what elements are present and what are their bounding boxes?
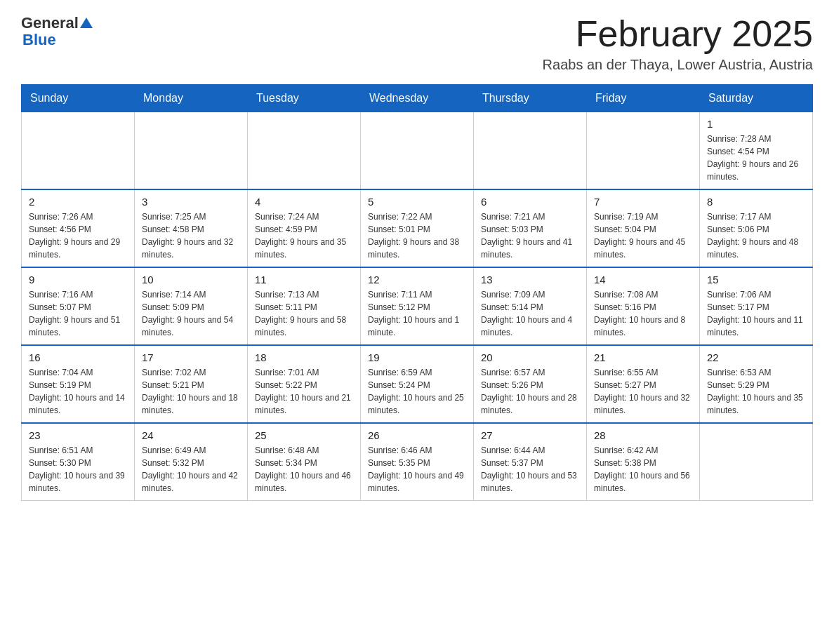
day-info: Sunrise: 6:42 AM Sunset: 5:38 PM Dayligh…	[594, 444, 692, 495]
calendar-day-cell: 19Sunrise: 6:59 AM Sunset: 5:24 PM Dayli…	[361, 345, 474, 423]
logo: General Blue	[21, 14, 93, 49]
weekday-header-saturday: Saturday	[700, 85, 813, 112]
calendar-day-cell: 12Sunrise: 7:11 AM Sunset: 5:12 PM Dayli…	[361, 267, 474, 345]
day-number: 17	[142, 351, 240, 363]
calendar-day-cell: 18Sunrise: 7:01 AM Sunset: 5:22 PM Dayli…	[248, 345, 361, 423]
weekday-header-friday: Friday	[587, 85, 700, 112]
day-info: Sunrise: 7:28 AM Sunset: 4:54 PM Dayligh…	[707, 133, 805, 183]
calendar-day-cell: 21Sunrise: 6:55 AM Sunset: 5:27 PM Dayli…	[587, 345, 700, 423]
day-info: Sunrise: 7:24 AM Sunset: 4:59 PM Dayligh…	[255, 210, 353, 261]
calendar-day-cell: 25Sunrise: 6:48 AM Sunset: 5:34 PM Dayli…	[248, 423, 361, 501]
calendar-day-cell: 5Sunrise: 7:22 AM Sunset: 5:01 PM Daylig…	[361, 189, 474, 267]
day-info: Sunrise: 6:55 AM Sunset: 5:27 PM Dayligh…	[594, 366, 692, 417]
day-number: 18	[255, 351, 353, 363]
day-number: 9	[29, 274, 127, 286]
calendar-empty-cell	[361, 112, 474, 190]
calendar-table: SundayMondayTuesdayWednesdayThursdayFrid…	[21, 84, 813, 501]
day-number: 7	[594, 196, 692, 208]
day-number: 16	[29, 351, 127, 363]
day-info: Sunrise: 6:57 AM Sunset: 5:26 PM Dayligh…	[481, 366, 579, 417]
calendar-day-cell: 1Sunrise: 7:28 AM Sunset: 4:54 PM Daylig…	[700, 112, 813, 190]
calendar-day-cell: 13Sunrise: 7:09 AM Sunset: 5:14 PM Dayli…	[474, 267, 587, 345]
calendar-day-cell: 10Sunrise: 7:14 AM Sunset: 5:09 PM Dayli…	[135, 267, 248, 345]
day-info: Sunrise: 7:11 AM Sunset: 5:12 PM Dayligh…	[368, 288, 466, 339]
calendar-day-cell: 26Sunrise: 6:46 AM Sunset: 5:35 PM Dayli…	[361, 423, 474, 501]
logo-triangle-icon	[79, 18, 93, 27]
calendar-day-cell: 23Sunrise: 6:51 AM Sunset: 5:30 PM Dayli…	[22, 423, 135, 501]
day-number: 19	[368, 351, 466, 363]
day-number: 26	[368, 429, 466, 441]
calendar-empty-cell	[587, 112, 700, 190]
logo-general-text: General	[21, 14, 79, 32]
weekday-header-tuesday: Tuesday	[248, 85, 361, 112]
weekday-header-wednesday: Wednesday	[361, 85, 474, 112]
day-number: 13	[481, 274, 579, 286]
day-number: 27	[481, 429, 579, 441]
calendar-day-cell: 27Sunrise: 6:44 AM Sunset: 5:37 PM Dayli…	[474, 423, 587, 501]
day-number: 12	[368, 274, 466, 286]
day-info: Sunrise: 7:13 AM Sunset: 5:11 PM Dayligh…	[255, 288, 353, 339]
weekday-header-monday: Monday	[135, 85, 248, 112]
calendar-empty-cell	[248, 112, 361, 190]
calendar-day-cell: 24Sunrise: 6:49 AM Sunset: 5:32 PM Dayli…	[135, 423, 248, 501]
day-number: 21	[594, 351, 692, 363]
day-number: 28	[594, 429, 692, 441]
calendar-week-row: 16Sunrise: 7:04 AM Sunset: 5:19 PM Dayli…	[22, 345, 813, 423]
day-number: 11	[255, 274, 353, 286]
day-info: Sunrise: 7:01 AM Sunset: 5:22 PM Dayligh…	[255, 366, 353, 417]
day-info: Sunrise: 7:19 AM Sunset: 5:04 PM Dayligh…	[594, 210, 692, 261]
calendar-day-cell: 17Sunrise: 7:02 AM Sunset: 5:21 PM Dayli…	[135, 345, 248, 423]
calendar-day-cell: 14Sunrise: 7:08 AM Sunset: 5:16 PM Dayli…	[587, 267, 700, 345]
weekday-header-row: SundayMondayTuesdayWednesdayThursdayFrid…	[22, 85, 813, 112]
calendar-day-cell: 7Sunrise: 7:19 AM Sunset: 5:04 PM Daylig…	[587, 189, 700, 267]
day-info: Sunrise: 7:04 AM Sunset: 5:19 PM Dayligh…	[29, 366, 127, 417]
day-info: Sunrise: 7:17 AM Sunset: 5:06 PM Dayligh…	[707, 210, 805, 261]
calendar-empty-cell	[22, 112, 135, 190]
day-number: 8	[707, 196, 805, 208]
day-number: 2	[29, 196, 127, 208]
day-info: Sunrise: 6:53 AM Sunset: 5:29 PM Dayligh…	[707, 366, 805, 417]
day-number: 6	[481, 196, 579, 208]
day-number: 23	[29, 429, 127, 441]
day-number: 15	[707, 274, 805, 286]
day-info: Sunrise: 7:25 AM Sunset: 4:58 PM Dayligh…	[142, 210, 240, 261]
day-number: 3	[142, 196, 240, 208]
calendar-day-cell: 11Sunrise: 7:13 AM Sunset: 5:11 PM Dayli…	[248, 267, 361, 345]
day-info: Sunrise: 7:08 AM Sunset: 5:16 PM Dayligh…	[594, 288, 692, 339]
day-number: 24	[142, 429, 240, 441]
day-number: 4	[255, 196, 353, 208]
day-number: 25	[255, 429, 353, 441]
day-number: 14	[594, 274, 692, 286]
title-section: February 2025 Raabs an der Thaya, Lower …	[543, 14, 813, 73]
day-info: Sunrise: 6:48 AM Sunset: 5:34 PM Dayligh…	[255, 444, 353, 495]
day-number: 5	[368, 196, 466, 208]
calendar-day-cell: 6Sunrise: 7:21 AM Sunset: 5:03 PM Daylig…	[474, 189, 587, 267]
calendar-day-cell: 28Sunrise: 6:42 AM Sunset: 5:38 PM Dayli…	[587, 423, 700, 501]
calendar-empty-cell	[474, 112, 587, 190]
calendar-week-row: 2Sunrise: 7:26 AM Sunset: 4:56 PM Daylig…	[22, 189, 813, 267]
day-number: 22	[707, 351, 805, 363]
day-info: Sunrise: 7:09 AM Sunset: 5:14 PM Dayligh…	[481, 288, 579, 339]
calendar-day-cell: 20Sunrise: 6:57 AM Sunset: 5:26 PM Dayli…	[474, 345, 587, 423]
calendar-day-cell: 2Sunrise: 7:26 AM Sunset: 4:56 PM Daylig…	[22, 189, 135, 267]
day-info: Sunrise: 6:51 AM Sunset: 5:30 PM Dayligh…	[29, 444, 127, 495]
calendar-week-row: 23Sunrise: 6:51 AM Sunset: 5:30 PM Dayli…	[22, 423, 813, 501]
day-info: Sunrise: 7:02 AM Sunset: 5:21 PM Dayligh…	[142, 366, 240, 417]
calendar-day-cell: 4Sunrise: 7:24 AM Sunset: 4:59 PM Daylig…	[248, 189, 361, 267]
calendar-week-row: 1Sunrise: 7:28 AM Sunset: 4:54 PM Daylig…	[22, 112, 813, 190]
logo-blue-text: Blue	[22, 31, 56, 49]
day-info: Sunrise: 6:44 AM Sunset: 5:37 PM Dayligh…	[481, 444, 579, 495]
day-info: Sunrise: 7:06 AM Sunset: 5:17 PM Dayligh…	[707, 288, 805, 339]
day-info: Sunrise: 7:14 AM Sunset: 5:09 PM Dayligh…	[142, 288, 240, 339]
day-info: Sunrise: 6:46 AM Sunset: 5:35 PM Dayligh…	[368, 444, 466, 495]
calendar-subtitle: Raabs an der Thaya, Lower Austria, Austr…	[543, 57, 813, 73]
calendar-empty-cell	[700, 423, 813, 501]
calendar-day-cell: 15Sunrise: 7:06 AM Sunset: 5:17 PM Dayli…	[700, 267, 813, 345]
calendar-day-cell: 22Sunrise: 6:53 AM Sunset: 5:29 PM Dayli…	[700, 345, 813, 423]
weekday-header-sunday: Sunday	[22, 85, 135, 112]
day-info: Sunrise: 7:16 AM Sunset: 5:07 PM Dayligh…	[29, 288, 127, 339]
day-info: Sunrise: 7:22 AM Sunset: 5:01 PM Dayligh…	[368, 210, 466, 261]
calendar-day-cell: 9Sunrise: 7:16 AM Sunset: 5:07 PM Daylig…	[22, 267, 135, 345]
weekday-header-thursday: Thursday	[474, 85, 587, 112]
calendar-day-cell: 3Sunrise: 7:25 AM Sunset: 4:58 PM Daylig…	[135, 189, 248, 267]
